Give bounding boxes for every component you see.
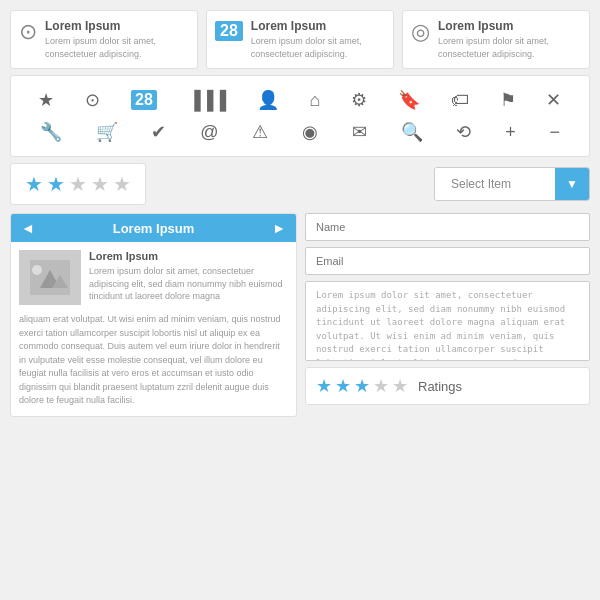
info-card-1: 28 Lorem Ipsum Lorem ipsum dolor sit ame… — [206, 10, 394, 69]
card-desc-2: Lorem ipsum dolor sit amet, consectetuer… — [438, 35, 581, 60]
user-icon[interactable]: 👤 — [257, 89, 279, 111]
compass-icon[interactable]: ◉ — [302, 121, 318, 143]
bottom-star-1[interactable]: ★ — [316, 375, 332, 397]
plus-icon[interactable]: + — [505, 122, 516, 143]
share-icon[interactable]: ⟲ — [456, 121, 471, 143]
card-title-1: Lorem Ipsum — [251, 19, 385, 33]
minus-icon[interactable]: − — [550, 122, 561, 143]
bottom-section: ◄ Lorem Ipsum ► Lorem Ipsum Lorem ipsum … — [10, 213, 590, 417]
top-cards-section: ⊙ Lorem Ipsum Lorem ipsum dolor sit amet… — [0, 0, 600, 75]
info-card-2: ◎ Lorem Ipsum Lorem ipsum dolor sit amet… — [402, 10, 590, 69]
select-arrow-button[interactable]: ▼ — [555, 168, 589, 200]
carousel-full-text: aliquam erat volutpat. Ut wisi enim ad m… — [11, 313, 296, 416]
carousel-body: Lorem Ipsum Lorem ipsum dolor sit amet, … — [11, 242, 296, 313]
svg-point-3 — [32, 265, 42, 275]
carousel-content-body: Lorem ipsum dolor sit amet, consectetuer… — [89, 265, 288, 303]
calendar-icon[interactable]: 28 — [131, 90, 157, 110]
flag-icon[interactable]: ⚑ — [500, 89, 516, 111]
rating-bottom-panel: ★ ★ ★ ★ ★ Ratings — [305, 367, 590, 405]
icon-panel: ★ ⊙ 28 ▐▐▐ 👤 ⌂ ⚙ 🔖 🏷 ⚑ ✕ 🔧 🛒 ✔ @ ⚠ ◉ ✉ 🔍… — [10, 75, 590, 157]
carousel-header: ◄ Lorem Ipsum ► — [11, 214, 296, 242]
ratings-label: Ratings — [418, 379, 462, 394]
at-icon[interactable]: @ — [200, 122, 218, 143]
bottom-star-5[interactable]: ★ — [392, 375, 408, 397]
home-icon[interactable]: ⌂ — [310, 90, 321, 111]
carousel-text-content: Lorem Ipsum Lorem ipsum dolor sit amet, … — [89, 250, 288, 305]
carousel-title: Lorem Ipsum — [113, 221, 195, 236]
bar-chart-icon[interactable]: ▐▐▐ — [188, 90, 226, 111]
carousel-thumbnail — [19, 250, 81, 305]
close-icon[interactable]: ✕ — [546, 89, 561, 111]
star-1[interactable]: ★ — [25, 172, 43, 196]
card-desc-1: Lorem ipsum dolor sit amet, consectetuer… — [251, 35, 385, 60]
email-input[interactable] — [305, 247, 590, 275]
message-textarea[interactable] — [305, 281, 590, 361]
star-5[interactable]: ★ — [113, 172, 131, 196]
card-title-0: Lorem Ipsum — [45, 19, 189, 33]
star-icon[interactable]: ★ — [38, 89, 54, 111]
search-icon[interactable]: 🔍 — [401, 121, 423, 143]
tag-icon[interactable]: 🏷 — [451, 90, 469, 111]
rating-select-row: ★ ★ ★ ★ ★ Select Item ▼ — [10, 163, 590, 205]
mail-icon[interactable]: ✉ — [352, 121, 367, 143]
bookmark-icon[interactable]: 🔖 — [398, 89, 420, 111]
carousel-content-title: Lorem Ipsum — [89, 250, 288, 262]
form-card: ★ ★ ★ ★ ★ Ratings — [305, 213, 590, 417]
icon-row-2: 🔧 🛒 ✔ @ ⚠ ◉ ✉ 🔍 ⟲ + − — [23, 116, 577, 148]
bottom-star-2[interactable]: ★ — [335, 375, 351, 397]
icon-row-1: ★ ⊙ 28 ▐▐▐ 👤 ⌂ ⚙ 🔖 🏷 ⚑ ✕ — [23, 84, 577, 116]
cart-icon[interactable]: 🛒 — [96, 121, 118, 143]
card-title-2: Lorem Ipsum — [438, 19, 581, 33]
card-icon-0: ⊙ — [19, 21, 37, 43]
star-3[interactable]: ★ — [69, 172, 87, 196]
select-label: Select Item — [435, 168, 555, 200]
wrench-icon[interactable]: 🔧 — [40, 121, 62, 143]
bottom-star-3[interactable]: ★ — [354, 375, 370, 397]
card-icon-2: ◎ — [411, 21, 430, 43]
gear-icon[interactable]: ⚙ — [351, 89, 367, 111]
star-4[interactable]: ★ — [91, 172, 109, 196]
select-wrapper: Select Item ▼ — [434, 167, 590, 201]
bottom-star-4[interactable]: ★ — [373, 375, 389, 397]
rating-stars-bottom: ★ ★ ★ ★ ★ — [316, 375, 408, 397]
select-dropdown[interactable]: Select Item ▼ — [434, 167, 590, 201]
card-icon-1: 28 — [215, 21, 243, 41]
clock-icon[interactable]: ⊙ — [85, 89, 100, 111]
check-icon[interactable]: ✔ — [151, 121, 166, 143]
star-2[interactable]: ★ — [47, 172, 65, 196]
warning-icon[interactable]: ⚠ — [252, 121, 268, 143]
carousel-next-button[interactable]: ► — [272, 220, 286, 236]
carousel-card: ◄ Lorem Ipsum ► Lorem Ipsum Lorem ipsum … — [10, 213, 297, 417]
carousel-prev-button[interactable]: ◄ — [21, 220, 35, 236]
name-input[interactable] — [305, 213, 590, 241]
card-desc-0: Lorem ipsum dolor sit amet, consectetuer… — [45, 35, 189, 60]
stars-panel-top: ★ ★ ★ ★ ★ — [10, 163, 146, 205]
info-card-0: ⊙ Lorem Ipsum Lorem ipsum dolor sit amet… — [10, 10, 198, 69]
mountain-image — [30, 260, 70, 295]
